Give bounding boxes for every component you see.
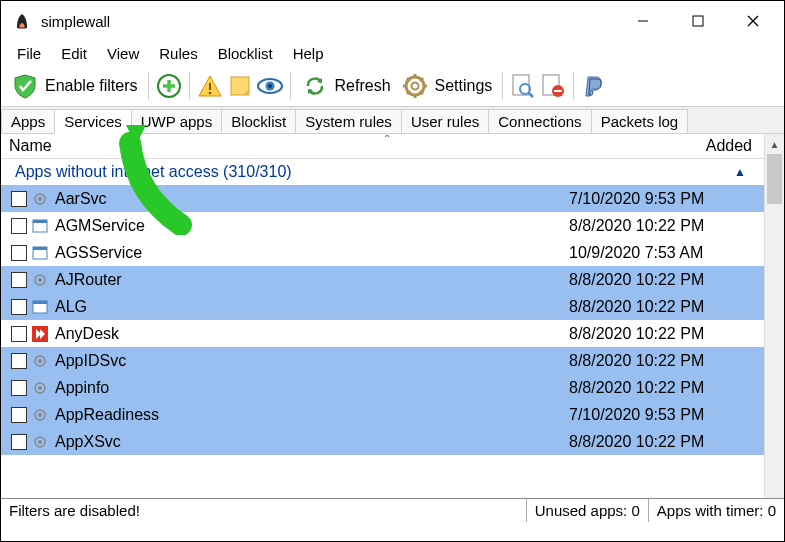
tab-user-rules[interactable]: User rules — [401, 109, 489, 133]
svg-line-25 — [529, 93, 533, 97]
table-row[interactable]: AGSService10/9/2020 7:53 AM — [1, 239, 764, 266]
tab-bar: Apps Services UWP apps Blocklist System … — [1, 107, 784, 134]
column-headers: Name ⌃ Added — [1, 134, 764, 159]
svg-line-19 — [407, 78, 410, 81]
separator — [573, 72, 574, 100]
menu-help[interactable]: Help — [283, 43, 334, 64]
shield-check-icon — [11, 72, 39, 100]
menu-edit[interactable]: Edit — [51, 43, 97, 64]
column-added[interactable]: Added — [569, 134, 764, 158]
service-icon — [31, 271, 49, 289]
svg-rect-32 — [33, 220, 47, 223]
svg-point-36 — [38, 278, 42, 282]
checkbox[interactable] — [11, 299, 27, 315]
table-row[interactable]: AGMService8/8/2020 10:22 PM — [1, 212, 764, 239]
svg-rect-1 — [693, 16, 703, 26]
table-row[interactable]: AnyDesk8/8/2020 10:22 PM — [1, 320, 764, 347]
status-message: Filters are disabled! — [1, 499, 527, 522]
table-row[interactable]: AJRouter8/8/2020 10:22 PM — [1, 266, 764, 293]
svg-point-30 — [38, 197, 42, 201]
tab-connections[interactable]: Connections — [488, 109, 591, 133]
service-icon — [31, 190, 49, 208]
svg-point-8 — [208, 92, 211, 95]
checkbox[interactable] — [11, 218, 27, 234]
add-icon[interactable] — [155, 72, 183, 100]
table-row[interactable]: AarSvc7/10/2020 9:53 PM — [1, 185, 764, 212]
refresh-button[interactable]: Refresh — [297, 70, 395, 102]
table-row[interactable]: ALG8/8/2020 10:22 PM — [1, 293, 764, 320]
service-name: AGSService — [55, 244, 569, 262]
checkbox[interactable] — [11, 191, 27, 207]
minimize-button[interactable] — [615, 1, 670, 41]
menubar: File Edit View Rules Blocklist Help — [1, 41, 784, 68]
checkbox[interactable] — [11, 326, 27, 342]
menu-blocklist[interactable]: Blocklist — [208, 43, 283, 64]
tab-blocklist[interactable]: Blocklist — [221, 109, 296, 133]
separator — [189, 72, 190, 100]
column-name[interactable]: Name — [1, 134, 569, 158]
sort-indicator-icon: ⌃ — [383, 134, 391, 144]
services-list: Name ⌃ Added Apps without internet acces… — [1, 134, 764, 498]
svg-point-45 — [38, 413, 42, 417]
group-header[interactable]: Apps without internet access (310/310) ▲ — [1, 159, 764, 185]
separator — [290, 72, 291, 100]
menu-file[interactable]: File — [7, 43, 51, 64]
service-added-date: 10/9/2020 7:53 AM — [569, 244, 764, 262]
search-log-icon[interactable] — [509, 72, 537, 100]
checkbox[interactable] — [11, 245, 27, 261]
separator — [148, 72, 149, 100]
table-row[interactable]: AppXSvc8/8/2020 10:22 PM — [1, 428, 764, 455]
paypal-icon[interactable] — [580, 72, 608, 100]
checkbox[interactable] — [11, 272, 27, 288]
status-bar: Filters are disabled! Unused apps: 0 App… — [1, 498, 784, 522]
table-row[interactable]: AppReadiness7/10/2020 9:53 PM — [1, 401, 764, 428]
svg-point-12 — [268, 84, 272, 88]
service-added-date: 8/8/2020 10:22 PM — [569, 379, 764, 397]
tab-uwp-apps[interactable]: UWP apps — [131, 109, 222, 133]
clear-log-icon[interactable] — [539, 72, 567, 100]
table-row[interactable]: AppIDSvc8/8/2020 10:22 PM — [1, 347, 764, 374]
service-name: AppReadiness — [55, 406, 569, 424]
svg-point-14 — [411, 83, 418, 90]
service-icon — [31, 433, 49, 451]
checkbox[interactable] — [11, 353, 27, 369]
service-name: AJRouter — [55, 271, 569, 289]
checkbox[interactable] — [11, 407, 27, 423]
service-name: AnyDesk — [55, 325, 569, 343]
svg-rect-34 — [33, 247, 47, 250]
scroll-thumb[interactable] — [767, 154, 782, 204]
service-name: Appinfo — [55, 379, 569, 397]
app-icon — [13, 12, 31, 30]
menu-rules[interactable]: Rules — [149, 43, 207, 64]
enable-filters-button[interactable]: Enable filters — [7, 70, 142, 102]
service-added-date: 8/8/2020 10:22 PM — [569, 271, 764, 289]
toolbar: Enable filters Refresh Settings — [1, 68, 784, 107]
vertical-scrollbar[interactable]: ▲ — [764, 134, 784, 498]
service-name: AppIDSvc — [55, 352, 569, 370]
gear-icon — [401, 72, 429, 100]
note-icon[interactable] — [226, 72, 254, 100]
tab-system-rules[interactable]: System rules — [295, 109, 402, 133]
separator — [502, 72, 503, 100]
eye-icon[interactable] — [256, 72, 284, 100]
service-name: ALG — [55, 298, 569, 316]
settings-button[interactable]: Settings — [397, 70, 497, 102]
checkbox[interactable] — [11, 380, 27, 396]
scroll-up-button[interactable]: ▲ — [765, 134, 784, 154]
titlebar: simplewall — [1, 1, 784, 41]
checkbox[interactable] — [11, 434, 27, 450]
status-apps-with-timer: Apps with timer: 0 — [649, 499, 784, 522]
service-icon — [31, 217, 49, 235]
close-button[interactable] — [725, 1, 780, 41]
table-row[interactable]: Appinfo8/8/2020 10:22 PM — [1, 374, 764, 401]
maximize-button[interactable] — [670, 1, 725, 41]
warning-icon[interactable] — [196, 72, 224, 100]
tab-apps[interactable]: Apps — [1, 109, 55, 133]
tab-services[interactable]: Services — [54, 109, 132, 134]
enable-filters-label: Enable filters — [45, 77, 138, 95]
svg-point-41 — [38, 359, 42, 363]
tab-packets-log[interactable]: Packets log — [591, 109, 689, 133]
service-added-date: 8/8/2020 10:22 PM — [569, 298, 764, 316]
group-header-label: Apps without internet access (310/310) — [15, 163, 292, 181]
menu-view[interactable]: View — [97, 43, 149, 64]
